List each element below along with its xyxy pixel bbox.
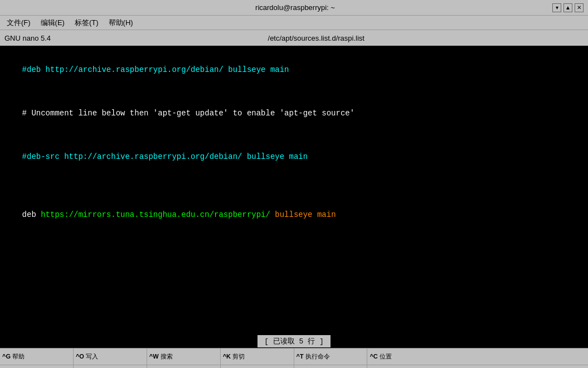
shortcut-row-2: ^X 离开 ^R 读档 ^\ 替换 ^U 粘贴 ^J 对齐 ^_ 跳行 CSDN… (0, 365, 588, 369)
sc-write[interactable]: ^O 写入 (74, 348, 147, 365)
nano-version: GNU nano 5.4 (4, 34, 51, 42)
sc-position[interactable]: ^C 位置 (367, 348, 441, 365)
code-line-1: #deb http://archive.raspberrypi.org/debi… (3, 48, 585, 91)
nano-header-right (581, 34, 584, 42)
code-line-3: #deb-src http://archive.raspberrypi.org/… (3, 135, 585, 178)
sc-watermark: CSDN@King_Joker97 (441, 365, 588, 369)
minimize-button[interactable]: ▾ (552, 3, 561, 12)
editor-area[interactable]: #deb http://archive.raspberrypi.org/debi… (0, 46, 588, 335)
sc-cut[interactable]: ^K 剪切 (221, 348, 294, 365)
sc-goto[interactable]: ^_ 跳行 (367, 365, 441, 369)
close-button[interactable]: ✕ (575, 3, 584, 12)
status-bar: [ 已读取 5 行 ] (0, 335, 588, 348)
sc-paste[interactable]: ^U 粘贴 (221, 365, 294, 369)
sc-quit[interactable]: ^X 离开 (0, 365, 74, 369)
sc-execute[interactable]: ^T 执行命令 (294, 348, 368, 365)
status-text: [ 已读取 5 行 ] (257, 335, 331, 347)
window-title: ricardolu@raspberrypi: ~ (38, 3, 552, 12)
sc-help[interactable]: ^G 帮助 (0, 348, 74, 365)
code-line-5: deb https://mirrors.tuna.tsinghua.edu.cn… (3, 193, 585, 236)
sc-replace[interactable]: ^\ 替换 (147, 365, 221, 369)
maximize-button[interactable]: ▲ (563, 3, 572, 12)
sc-search[interactable]: ^W 搜索 (147, 348, 221, 365)
title-bar: ricardolu@raspberrypi: ~ ▾ ▲ ✕ (0, 0, 588, 16)
sc-align[interactable]: ^J 对齐 (294, 365, 368, 369)
sc-empty1 (441, 348, 588, 365)
menu-tags[interactable]: 标签(T) (70, 17, 103, 29)
menu-file[interactable]: 文件(F) (2, 17, 35, 29)
code-line-4 (3, 178, 585, 193)
menu-edit[interactable]: 编辑(E) (36, 17, 69, 29)
nano-filename: /etc/apt/sources.list.d/raspi.list (268, 34, 365, 42)
window-controls[interactable]: ▾ ▲ ✕ (552, 3, 584, 12)
nano-header: GNU nano 5.4 /etc/apt/sources.list.d/ras… (0, 30, 588, 46)
shortcut-row-1: ^G 帮助 ^O 写入 ^W 搜索 ^K 剪切 ^T 执行命令 ^C 位置 (0, 348, 588, 365)
sc-read[interactable]: ^R 读档 (74, 365, 147, 369)
shortcut-section: ^G 帮助 ^O 写入 ^W 搜索 ^K 剪切 ^T 执行命令 ^C 位置 ^X… (0, 348, 588, 368)
menu-bar: 文件(F) 编辑(E) 标签(T) 帮助(H) (0, 16, 588, 30)
menu-help[interactable]: 帮助(H) (104, 17, 138, 29)
code-line-2: # Uncomment line below then 'apt-get upd… (3, 91, 585, 135)
